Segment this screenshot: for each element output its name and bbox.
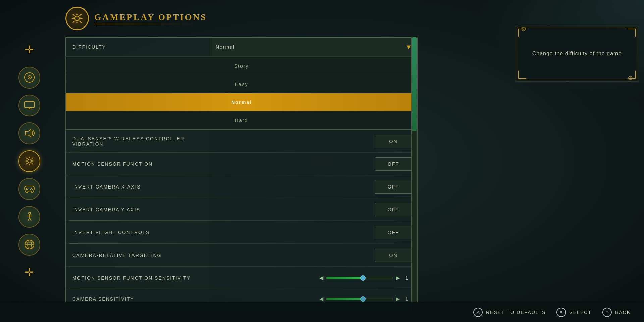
option-value-camera-targeting[interactable]: ON [210, 244, 417, 266]
scroll-ornament-br: ⚙ [628, 74, 633, 82]
difficulty-dropdown-menu: Story Easy Normal Hard [66, 57, 417, 130]
circle-button: ○ [602, 308, 612, 317]
option-row-motion-sensitivity: MOTION SENSOR FUNCTION SENSITIVITY ◀ ▶ 1 [66, 267, 417, 289]
option-value-invert-flight[interactable]: OFF [210, 221, 417, 244]
display-icon [23, 99, 36, 111]
svg-point-10 [31, 188, 32, 189]
svg-point-7 [28, 159, 32, 163]
camera-sensitivity-slider-container: ◀ ▶ 1 [319, 296, 412, 302]
bottom-bar: △ RESET TO DEFAULTS ✕ SELECT ○ BACK [0, 302, 644, 322]
bottom-action-reset[interactable]: △ RESET TO DEFAULTS [473, 308, 546, 317]
corner-decoration-tr [628, 29, 636, 37]
slider-left-arrow-camera[interactable]: ◀ [319, 296, 323, 302]
svg-point-2 [29, 77, 30, 78]
option-row-camera-targeting: CAMERA-RELATIVE TARGETING ON [66, 244, 417, 267]
svg-point-13 [29, 212, 31, 214]
header-title-block: GAMEPLAY OPTIONS [94, 12, 207, 24]
difficulty-dropdown-trigger[interactable]: Normal ▼ [210, 38, 417, 56]
option-row-invert-x: INVERT CAMERA X-AXIS OFF [66, 175, 417, 198]
option-label-motion-sensitivity: MOTION SENSOR FUNCTION SENSITIVITY [66, 267, 210, 289]
bottom-action-select[interactable]: ✕ SELECT [556, 308, 591, 317]
option-toggle-vibration[interactable]: ON [375, 135, 412, 148]
scrollbar-track[interactable] [411, 37, 417, 312]
option-label-invert-x: INVERT CAMERA X-AXIS [66, 175, 210, 198]
svg-point-23 [75, 16, 79, 21]
triangle-button: △ [473, 308, 483, 317]
back-label: BACK [615, 310, 631, 315]
option-row-invert-flight: INVERT FLIGHT CONTROLS OFF [66, 221, 417, 244]
svg-line-16 [28, 218, 30, 221]
main-content: GAMEPLAY OPTIONS DIFFICULTY Normal ▼ Sto… [59, 0, 424, 322]
page-header: GAMEPLAY OPTIONS [65, 7, 418, 30]
gear-icon [23, 155, 36, 167]
crosshair-top-icon: ✛ [25, 44, 34, 55]
info-description: Change the difficulty of the game [532, 49, 622, 58]
select-label: SELECT [569, 310, 591, 315]
sidebar-item-display[interactable] [18, 95, 40, 116]
camera-sensitivity-slider-fill [326, 298, 363, 300]
difficulty-option-easy[interactable]: Easy [66, 75, 417, 93]
scroll-ornament-tl: ⚙ [521, 25, 526, 33]
sound-icon [23, 127, 36, 139]
option-label-camera-targeting: CAMERA-RELATIVE TARGETING [66, 244, 210, 266]
difficulty-label: DIFFICULTY [66, 44, 210, 50]
slider-right-arrow-camera[interactable]: ▶ [396, 296, 400, 302]
option-toggle-invert-y[interactable]: OFF [375, 203, 412, 216]
cross-button: ✕ [556, 308, 566, 317]
camera-sensitivity-slider-track[interactable] [326, 298, 393, 300]
header-icon [65, 7, 89, 30]
motion-sensitivity-slider-track[interactable] [326, 277, 393, 279]
camera-sensitivity-slider-thumb[interactable] [360, 296, 366, 302]
difficulty-option-normal[interactable]: Normal [66, 93, 417, 111]
option-label-invert-y: INVERT CAMERA Y-AXIS [66, 198, 210, 221]
difficulty-option-story[interactable]: Story [66, 57, 417, 75]
difficulty-current-value: Normal [216, 44, 235, 50]
option-value-vibration[interactable]: ON [210, 130, 417, 152]
option-label-vibration: DUALSENSE™ WIRELESS CONTROLLER VIBRATION [66, 130, 210, 152]
camera-sensitivity-value: 1 [405, 296, 412, 302]
slider-left-arrow-motion[interactable]: ◀ [319, 275, 323, 281]
reset-label: RESET TO DEFAULTS [486, 310, 546, 315]
crosshair-bottom-icon: ✛ [25, 267, 34, 278]
sidebar: ✛ [0, 0, 59, 322]
slider-right-arrow-motion[interactable]: ▶ [396, 275, 400, 281]
option-label-invert-flight: INVERT FLIGHT CONTROLS [66, 221, 210, 244]
difficulty-option-hard[interactable]: Hard [66, 111, 417, 129]
motion-sensitivity-slider-fill [326, 277, 363, 279]
motion-sensitivity-slider-thumb[interactable] [360, 275, 366, 281]
difficulty-row: DIFFICULTY Normal ▼ [66, 37, 417, 57]
motion-sensitivity-slider-container: ◀ ▶ 1 [319, 275, 412, 281]
page-title: GAMEPLAY OPTIONS [94, 12, 207, 22]
sidebar-item-gameplay[interactable] [18, 150, 40, 172]
svg-line-17 [30, 218, 31, 221]
right-panel: ⚙ ⚙ Change the difficulty of the game [517, 27, 637, 80]
sidebar-item-controller[interactable] [18, 178, 40, 200]
option-toggle-motion-sensor[interactable]: OFF [375, 157, 412, 171]
option-toggle-invert-flight[interactable]: OFF [375, 226, 412, 239]
option-toggle-invert-x[interactable]: OFF [375, 180, 412, 194]
bottom-action-back[interactable]: ○ BACK [602, 308, 631, 317]
option-value-invert-y[interactable]: OFF [210, 198, 417, 221]
title-underline [94, 24, 195, 24]
corner-decoration-bl [518, 71, 526, 79]
scrollbar-thumb[interactable] [412, 37, 417, 131]
option-row-motion-sensor: MOTION SENSOR FUNCTION OFF [66, 153, 417, 175]
sidebar-item-crosshair-bottom[interactable]: ✛ [18, 262, 40, 283]
sidebar-item-network[interactable] [18, 234, 40, 256]
option-toggle-camera-targeting[interactable]: ON [375, 249, 412, 262]
accessibility-icon [23, 211, 36, 223]
motion-sensitivity-value: 1 [405, 275, 412, 281]
svg-point-12 [30, 189, 31, 190]
header-gear-icon [70, 11, 85, 26]
option-label-motion-sensor: MOTION SENSOR FUNCTION [66, 153, 210, 175]
sidebar-item-crosshair-top[interactable]: ✛ [18, 39, 40, 61]
sidebar-item-accessibility[interactable] [18, 206, 40, 228]
svg-point-11 [32, 189, 33, 190]
option-value-motion-sensor[interactable]: OFF [210, 153, 417, 175]
sidebar-item-sound[interactable] [18, 122, 40, 144]
sidebar-item-disc[interactable] [18, 67, 40, 89]
svg-marker-6 [25, 129, 31, 137]
option-value-invert-x[interactable]: OFF [210, 175, 417, 198]
network-icon [23, 238, 36, 251]
disc-icon [23, 71, 36, 84]
